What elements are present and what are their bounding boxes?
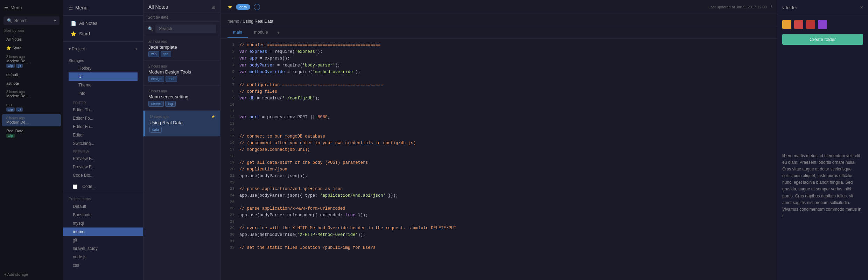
far-left-search-placeholder: Search: [14, 18, 28, 23]
menu-nodejs[interactable]: node.js: [63, 253, 143, 261]
note-card-jade[interactable]: an hour ago Jade template wip tag: [144, 36, 220, 61]
starred-label: Stard: [79, 31, 90, 36]
editor-header-right: Last updated at Jan.9, 2017 12:00 ⋮: [708, 5, 774, 9]
far-left-tag-git: git: [16, 64, 23, 68]
far-left-note-7-title: Real Data: [6, 129, 57, 133]
far-left-note-4-time: 8 hours ago: [6, 90, 57, 94]
far-left-note-6[interactable]: 8 hours ago Modern De...: [2, 114, 61, 126]
code-line-12: 12 var port = process.env.PORT || 8080;: [220, 114, 780, 121]
far-left-note-5-title: mo: [6, 103, 57, 107]
menu-editor-ind[interactable]: Editor: [63, 131, 143, 139]
code-line-2: 2 var express = require('express');: [220, 49, 780, 55]
search-notes-icon: 🔍: [148, 26, 153, 31]
menu-editor-th[interactable]: Editor Th...: [63, 106, 143, 114]
menu-all-notes[interactable]: 📄 All Notes: [65, 18, 141, 28]
menu-default[interactable]: Default: [63, 202, 143, 211]
all-notes-title: All Notes: [148, 4, 168, 10]
far-left-add-btn[interactable]: +: [54, 18, 56, 23]
far-left-menu-header: ☰ Menu: [0, 0, 63, 15]
create-folder-button[interactable]: Create folder: [782, 34, 863, 45]
far-left-note-1-title: Modern De...: [6, 59, 57, 63]
far-left-tag-wip3: wip: [6, 134, 15, 138]
add-storage-btn[interactable]: + Add storage: [0, 269, 63, 280]
breadcrumb-memo: memo: [227, 19, 239, 24]
far-left-sort: Sort by aaa: [0, 28, 63, 35]
menu-code-item[interactable]: Code...: [63, 182, 143, 191]
editor-section-label: Editor: [63, 99, 143, 106]
note-card-design[interactable]: 2 hours ago Modern Design Tools design t…: [144, 61, 220, 86]
menu-sidebar: ☰ Menu 📄 All Notes ⭐ Stard ▾ Project + S…: [63, 0, 144, 280]
menu-switching[interactable]: Switching...: [63, 139, 143, 148]
far-left-note-4[interactable]: 8 hours ago Modern De...: [2, 88, 61, 100]
note-jade-time: an hour ago: [148, 40, 215, 43]
code-line-11: 11: [220, 108, 780, 114]
editor-add-tab-btn[interactable]: +: [274, 27, 282, 38]
menu-code-blo[interactable]: Code Blo...: [63, 171, 143, 180]
far-left-note-6-title: Modern De...: [6, 120, 57, 124]
grid-view-icon[interactable]: ⊞: [211, 5, 215, 10]
menu-preview-f1[interactable]: Preview F...: [63, 154, 143, 163]
code-editor-area[interactable]: 1 // modules ===========================…: [220, 38, 780, 280]
far-left-search[interactable]: 🔍 Search +: [4, 16, 59, 25]
far-left-note-5[interactable]: mo wip git: [2, 100, 61, 114]
menu-css[interactable]: css: [63, 261, 143, 270]
color-swatch-red1[interactable]: [794, 20, 803, 29]
editor-add-tag-btn[interactable]: +: [254, 4, 260, 10]
far-left-note-7[interactable]: Real Data wip: [2, 127, 61, 140]
menu-starred[interactable]: ⭐ Stard: [65, 29, 141, 39]
menu-mysql[interactable]: mysql: [63, 219, 143, 227]
notes-icon: 📄: [71, 21, 76, 26]
code-line-3: 3 var app = express();: [220, 55, 780, 62]
notes-search-input[interactable]: [155, 24, 216, 33]
color-swatch-orange[interactable]: [782, 20, 791, 29]
note-jade-title: Jade template: [148, 44, 215, 50]
far-left-notes-list: All Notes ⭐ Stard 8 hours ago Modern De.…: [0, 35, 63, 140]
far-left-stard[interactable]: ⭐ Stard: [2, 44, 61, 52]
color-swatch-purple[interactable]: [818, 20, 827, 29]
editor-header: ★ data + Last updated at Jan.9, 2017 12:…: [220, 0, 780, 14]
code-checkbox[interactable]: [73, 184, 77, 189]
dialog-title: v folder: [782, 5, 797, 10]
code-line-30: 30 app.use(methodOverride('X-HTTP-Method…: [220, 232, 780, 238]
code-line-6: 6: [220, 76, 780, 82]
menu-memo[interactable]: memo: [63, 227, 143, 236]
menu-ui[interactable]: UI: [69, 72, 138, 81]
note-card-realdata[interactable]: 12 days ago ★ Using Real Data data: [144, 111, 220, 136]
editor-tab-module[interactable]: module: [248, 27, 273, 38]
dialog-close-btn[interactable]: ×: [860, 4, 863, 10]
code-line-31: 31: [220, 238, 780, 245]
code-section-label: [63, 180, 143, 182]
code-line-32: 32 // set the static files location /pub…: [220, 245, 780, 251]
far-left-all-notes-label: All Notes: [6, 37, 57, 41]
menu-info[interactable]: Info: [69, 89, 138, 98]
menu-laravel[interactable]: laravel_study: [63, 244, 143, 253]
far-left-all-notes[interactable]: All Notes: [2, 35, 61, 43]
editor-more-icon[interactable]: ⋮: [770, 5, 774, 9]
far-left-note-2[interactable]: default: [2, 70, 61, 79]
editor-star-icon[interactable]: ★: [227, 4, 232, 10]
code-line-16: 16 // (uncomment after you enter in your…: [220, 140, 780, 147]
code-line-1: 1 // modules ===========================…: [220, 42, 780, 49]
menu-boostnote[interactable]: Boostnote: [63, 211, 143, 219]
note-card-mean[interactable]: 3 hours ago Mean server setting server t…: [144, 86, 220, 111]
menu-preview-f2[interactable]: Preview F...: [63, 163, 143, 171]
editor-tag-pill[interactable]: data: [236, 4, 250, 10]
menu-editor-fo1[interactable]: Editor Fo...: [63, 114, 143, 122]
menu-git[interactable]: git: [63, 236, 143, 244]
menu-hotkey[interactable]: Hotkey: [69, 64, 138, 72]
menu-editor-fo2[interactable]: Editor Fo...: [63, 122, 143, 131]
add-project-icon[interactable]: +: [135, 47, 138, 51]
editor-tab-main[interactable]: main: [227, 27, 248, 38]
notes-list-panel: All Notes ⊞ Sort by date 🔍 an hour ago J…: [144, 0, 220, 280]
far-left-note-1[interactable]: 8 hours ago Modern De... wip git: [2, 53, 61, 70]
code-line-25: 25: [220, 199, 780, 205]
color-swatch-red2[interactable]: [806, 20, 815, 29]
code-line-10: 10: [220, 102, 780, 108]
far-left-note-3[interactable]: astnote: [2, 79, 61, 88]
far-left-tag-wip: wip: [6, 64, 15, 68]
menu-theme[interactable]: Theme: [69, 81, 138, 89]
dialog-body: Create folder: [777, 15, 868, 148]
far-left-tag-git2: git: [16, 107, 23, 112]
note-realdata-star: ★: [211, 114, 215, 119]
menu-top-header: ☰ Menu: [63, 0, 143, 16]
